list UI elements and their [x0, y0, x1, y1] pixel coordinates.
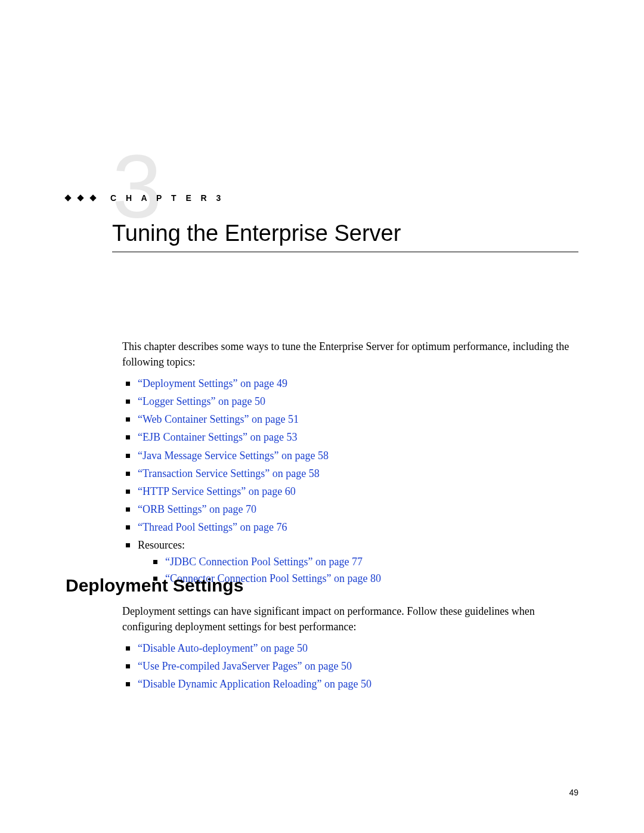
toc-link-orb-settings[interactable]: “ORB Settings” on page 70: [138, 503, 256, 515]
diamond-icon: [64, 195, 71, 202]
section-heading-deployment-settings: Deployment Settings: [66, 575, 243, 596]
toc-item: “HTTP Service Settings” on page 60: [126, 484, 569, 499]
page: 3 C H A P T E R 3 Tuning the Enterprise …: [0, 0, 644, 833]
toc-item: “Web Container Settings” on page 51: [126, 411, 569, 427]
link-disable-auto-deployment[interactable]: “Disable Auto-deployment” on page 50: [138, 642, 308, 654]
toc-resources-label: Resources:: [138, 539, 185, 551]
section-item: “Use Pre-compiled JavaServer Pages” on p…: [126, 658, 569, 674]
toc-link-web-container-settings[interactable]: “Web Container Settings” on page 51: [138, 413, 299, 425]
chapter-label: C H A P T E R 3: [110, 193, 224, 203]
section-intro-text: Deployment settings can have significant…: [122, 603, 569, 634]
chapter-intro-block: This chapter describes some ways to tune…: [122, 339, 569, 589]
chapter-title: Tuning the Enterprise Server: [112, 221, 401, 251]
diamond-icon: [77, 195, 83, 202]
toc-link-ejb-container-settings[interactable]: “EJB Container Settings” on page 53: [138, 431, 297, 443]
link-disable-dynamic-reloading[interactable]: “Disable Dynamic Application Reloading” …: [138, 678, 371, 690]
toc-item: “Thread Pool Settings” on page 76: [126, 519, 569, 535]
section-list: “Disable Auto-deployment” on page 50 “Us…: [126, 640, 569, 692]
title-underline: [112, 252, 578, 252]
toc-item: “Java Message Service Settings” on page …: [126, 448, 569, 463]
toc-item: “Deployment Settings” on page 49: [126, 376, 569, 391]
section-body: Deployment settings can have significant…: [122, 603, 569, 694]
section-item: “Disable Dynamic Application Reloading” …: [126, 676, 569, 692]
link-precompiled-jsp[interactable]: “Use Pre-compiled JavaServer Pages” on p…: [138, 660, 352, 672]
chapter-big-number: 3: [112, 142, 158, 231]
toc-item: “ORB Settings” on page 70: [126, 501, 569, 517]
toc-item: “Logger Settings” on page 50: [126, 394, 569, 409]
toc-link-thread-pool-settings[interactable]: “Thread Pool Settings” on page 76: [138, 521, 287, 533]
toc-link-jdbc-pool-settings[interactable]: “JDBC Connection Pool Settings” on page …: [165, 556, 363, 568]
chapter-intro-text: This chapter describes some ways to tune…: [122, 339, 569, 370]
toc-item: “EJB Container Settings” on page 53: [126, 429, 569, 445]
toc-link-jms-settings[interactable]: “Java Message Service Settings” on page …: [138, 450, 329, 462]
chapter-toc-list: “Deployment Settings” on page 49 “Logger…: [126, 376, 569, 586]
toc-link-transaction-service-settings[interactable]: “Transaction Service Settings” on page 5…: [138, 467, 320, 479]
section-item: “Disable Auto-deployment” on page 50: [126, 640, 569, 656]
toc-link-logger-settings[interactable]: “Logger Settings” on page 50: [138, 395, 265, 407]
toc-subitem: “JDBC Connection Pool Settings” on page …: [153, 554, 569, 569]
toc-link-http-service-settings[interactable]: “HTTP Service Settings” on page 60: [138, 485, 296, 497]
toc-link-deployment-settings[interactable]: “Deployment Settings” on page 49: [138, 377, 287, 389]
diamond-icon: [89, 195, 96, 202]
decorative-diamonds: [66, 193, 101, 202]
toc-item: “Transaction Service Settings” on page 5…: [126, 466, 569, 481]
page-number: 49: [569, 788, 578, 797]
